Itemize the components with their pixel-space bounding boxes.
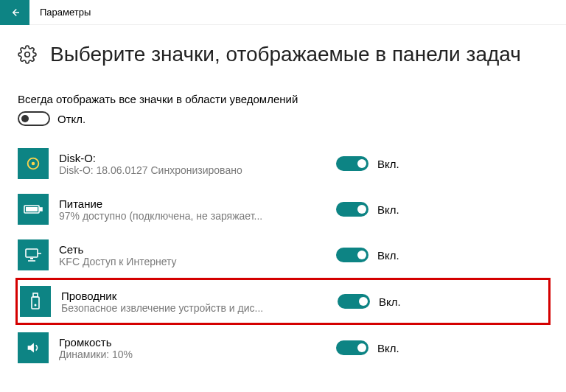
gear-icon [18, 45, 37, 64]
svg-rect-5 [40, 208, 42, 211]
item-title: Disk-O: [59, 152, 326, 164]
svg-rect-8 [30, 258, 33, 259]
page-title: Выберите значки, отображаемые в панели з… [50, 43, 521, 66]
item-subtitle: Безопасное извлечение устройств и дис... [61, 302, 297, 314]
item-subtitle: 97% доступно (подключена, не заряжает... [59, 210, 295, 222]
item-title: Сеть [59, 243, 326, 256]
network-icon [18, 239, 49, 270]
usb-eject-icon [20, 286, 51, 317]
list-item: Питание 97% доступно (подключена, не зар… [18, 186, 548, 232]
item-toggle[interactable] [336, 340, 368, 355]
list-item: Disk-O: Disk-O: 18.06.0127 Синхронизиров… [18, 141, 548, 186]
item-toggle[interactable] [336, 248, 368, 262]
back-button[interactable] [0, 0, 29, 25]
icon-list: Disk-O: Disk-O: 18.06.0127 Синхронизиров… [18, 141, 548, 371]
item-title: Проводник [61, 290, 327, 302]
svg-rect-7 [26, 249, 38, 257]
item-title: Громкость [59, 336, 326, 349]
item-toggle-state: Вкл. [377, 158, 399, 170]
svg-point-3 [32, 163, 35, 165]
item-subtitle: Disk-O: 18.06.0127 Синхронизировано [59, 164, 295, 176]
item-toggle-state: Вкл. [377, 249, 399, 262]
list-item-explorer: Проводник Безопасное извлечение устройст… [15, 278, 551, 325]
svg-marker-14 [28, 343, 34, 353]
volume-icon [18, 332, 49, 363]
always-show-toggle[interactable] [18, 111, 50, 126]
window-title: Параметры [29, 7, 91, 18]
list-item: Громкость Динамики: 10% Вкл. [18, 325, 548, 371]
item-toggle-state: Вкл. [377, 342, 399, 354]
disk-o-icon [18, 148, 49, 179]
svg-point-13 [35, 304, 37, 307]
item-toggle[interactable] [336, 156, 368, 171]
svg-point-1 [25, 52, 30, 57]
svg-rect-12 [32, 297, 39, 309]
page-header: Выберите значки, отображаемые в панели з… [18, 43, 548, 66]
always-show-label: Всегда отображать все значки в области у… [18, 93, 548, 105]
item-toggle-state: Вкл. [377, 203, 399, 216]
titlebar-region: Параметры [0, 0, 566, 25]
svg-rect-6 [26, 207, 38, 211]
battery-icon [18, 194, 49, 225]
item-subtitle: Динамики: 10% [59, 349, 295, 360]
item-subtitle: KFC Доступ к Интернету [59, 256, 295, 267]
back-arrow-icon [8, 6, 21, 19]
item-toggle[interactable] [336, 202, 368, 217]
item-toggle-state: Вкл. [379, 295, 401, 308]
item-toggle[interactable] [338, 294, 370, 309]
always-show-state: Откл. [57, 113, 85, 125]
always-show-section: Всегда отображать все значки в области у… [18, 93, 548, 126]
item-title: Питание [59, 197, 326, 210]
list-item: Сеть KFC Доступ к Интернету Вкл. [18, 232, 548, 278]
